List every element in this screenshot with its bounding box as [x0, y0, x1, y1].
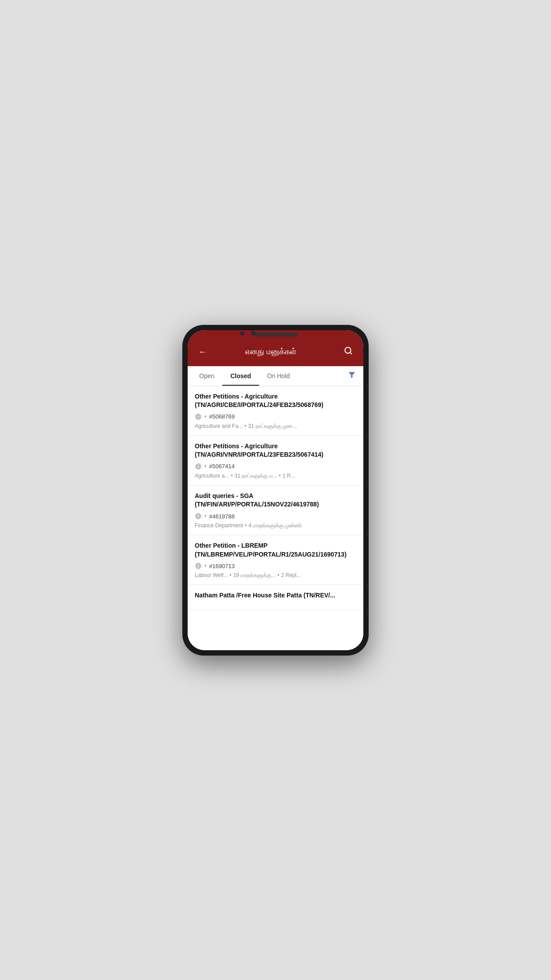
petition-id: #5067414: [209, 463, 235, 470]
tab-onhold[interactable]: On Hold: [259, 366, 298, 386]
tabs-list: Open Closed On Hold: [191, 366, 344, 386]
search-button[interactable]: [340, 344, 356, 359]
svg-point-2: [196, 414, 201, 419]
svg-line-1: [350, 352, 352, 354]
svg-point-7: [197, 464, 199, 469]
separator-dot: •: [205, 563, 206, 569]
svg-point-6: [196, 464, 201, 469]
time-label: 19 மாதங்களுக்கு...: [233, 572, 276, 578]
petition-id: #5068769: [209, 413, 235, 420]
svg-point-10: [196, 514, 201, 519]
detail-row: Finance Department • 4 மாதங்களுக்கு முன்…: [195, 522, 356, 529]
page-title: எனது மனுக்கள்: [202, 347, 340, 356]
separator-dot: •: [279, 473, 281, 479]
globe-icon: [195, 463, 202, 470]
svg-point-15: [197, 563, 199, 569]
svg-point-3: [197, 414, 199, 419]
separator-dot: •: [277, 572, 279, 578]
time-label: 31 நாட்களுக்கு முன...: [248, 423, 297, 429]
list-item[interactable]: Other Petitions - Agriculture (TN/AGRI/V…: [188, 436, 363, 486]
globe-icon: [195, 413, 202, 420]
globe-icon: [195, 513, 202, 520]
petition-title: Other Petitions - Agriculture (TN/AGRI/V…: [195, 442, 356, 459]
tab-open[interactable]: Open: [191, 366, 222, 386]
separator-dot: •: [245, 522, 247, 529]
filter-button[interactable]: [344, 367, 360, 385]
extra-label: 1 R...: [283, 473, 295, 479]
department-label: Labour Welf...: [195, 572, 228, 578]
tabs-bar: Open Closed On Hold: [188, 366, 363, 386]
meta-row: • #4619788: [195, 513, 356, 520]
separator-dot: •: [231, 473, 232, 479]
list-item[interactable]: Natham Patta /Free House Site Patta (TN/…: [188, 585, 363, 610]
separator-dot: •: [244, 423, 246, 429]
svg-point-11: [197, 514, 199, 519]
separator-dot: •: [205, 513, 206, 519]
department-label: Finance Department: [195, 522, 243, 529]
meta-row: • #5068769: [195, 413, 356, 420]
svg-point-14: [196, 563, 201, 569]
petition-title: Other Petitions - Agriculture (TN/AGRI/C…: [195, 392, 356, 410]
list-item[interactable]: Audit queries - SGA (TN/FIN/ARI/P/PORTAL…: [188, 486, 363, 535]
list-item[interactable]: Other Petitions - Agriculture (TN/AGRI/C…: [188, 386, 363, 436]
separator-dot: •: [205, 414, 206, 420]
extra-label: 2 Repl...: [281, 572, 301, 578]
phone-frame: ← எனது மனுக்கள் Open Closed On Hold: [182, 325, 369, 656]
separator-dot: •: [205, 463, 206, 470]
petition-title: Natham Patta /Free House Site Patta (TN/…: [195, 591, 356, 600]
petition-title: Other Petition - LBREMP (TN/LBREMP/VEL/P…: [195, 541, 356, 559]
detail-row: Agriculture and Fa... • 31 நாட்களுக்கு ம…: [195, 423, 356, 429]
camera-left: [240, 331, 244, 336]
department-label: Agriculture a...: [195, 473, 229, 479]
petition-list: Other Petitions - Agriculture (TN/AGRI/C…: [188, 386, 363, 650]
phone-screen: ← எனது மனுக்கள் Open Closed On Hold: [188, 330, 363, 650]
separator-dot: •: [229, 572, 231, 578]
petition-id: #1690713: [209, 563, 235, 569]
phone-notch: [253, 333, 298, 336]
detail-row: Agriculture a... • 31 நாட்களுக்கு ம... •…: [195, 473, 356, 479]
time-label: 4 மாதங்களுக்கு முன்னர்: [248, 522, 302, 529]
camera-right: [251, 331, 256, 336]
petition-id: #4619788: [209, 513, 235, 520]
meta-row: • #5067414: [195, 463, 356, 470]
detail-row: Labour Welf... • 19 மாதங்களுக்கு... • 2 …: [195, 572, 356, 578]
list-item[interactable]: Other Petition - LBREMP (TN/LBREMP/VEL/P…: [188, 535, 363, 585]
tab-closed[interactable]: Closed: [222, 366, 259, 386]
petition-title: Audit queries - SGA (TN/FIN/ARI/P/PORTAL…: [195, 492, 356, 509]
time-label: 31 நாட்களுக்கு ம...: [235, 473, 277, 479]
department-label: Agriculture and Fa...: [195, 423, 243, 429]
globe-icon: [195, 562, 202, 569]
meta-row: • #1690713: [195, 562, 356, 569]
